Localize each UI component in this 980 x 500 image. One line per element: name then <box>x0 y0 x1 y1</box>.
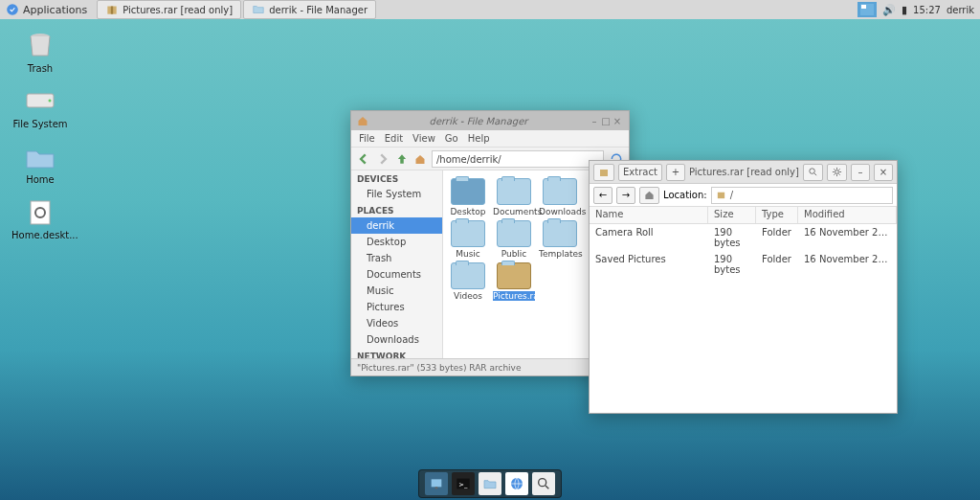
desktop-icon-label: Trash <box>11 63 69 74</box>
fm-title: derrik - File Manager <box>430 116 528 126</box>
sidebar-item-derrik[interactable]: derrik <box>351 217 442 234</box>
ar-titlebar[interactable]: Extract + Pictures.rar [read only] – × <box>590 161 897 184</box>
close-button[interactable]: × <box>612 116 623 126</box>
fm-menubar: File Edit View Go Help <box>351 130 629 148</box>
ar-navbar: ← → Location: / <box>590 184 897 207</box>
sidebar-item-filesystem[interactable]: File System <box>351 186 442 202</box>
cell-type: Folder <box>756 253 798 276</box>
file-downloads[interactable]: Downloads <box>539 178 581 216</box>
home-icon[interactable] <box>414 153 426 165</box>
dock-show-desktop[interactable] <box>425 472 448 495</box>
tray-audio-icon[interactable]: 🔊 <box>882 4 896 16</box>
open-icon <box>598 167 610 178</box>
extract-button[interactable]: Extract <box>618 164 662 181</box>
sidebar-item-videos[interactable]: Videos <box>351 315 442 331</box>
file-public[interactable]: Public <box>493 220 535 259</box>
archive-window: Extract + Pictures.rar [read only] – × ←… <box>589 160 898 414</box>
clock[interactable]: 15:27 <box>913 5 941 15</box>
desktop-icon-trash[interactable]: Trash <box>11 31 69 74</box>
svg-point-11 <box>810 169 815 174</box>
cell-type: Folder <box>756 226 798 249</box>
user-menu[interactable]: derrik <box>947 5 974 15</box>
nav-up-button[interactable] <box>639 187 659 204</box>
file-documents[interactable]: Documents <box>493 178 535 216</box>
cell-modified: 16 November 2018,... <box>798 253 897 276</box>
fm-sidebar: DEVICES File System PLACES derrik Deskto… <box>351 170 443 358</box>
sidebar-header-places: PLACES <box>351 202 442 217</box>
dock-app-finder[interactable] <box>532 472 555 495</box>
desktop-icon-homedesktop[interactable]: Home.deskt... <box>11 197 69 240</box>
up-icon[interactable] <box>395 152 409 166</box>
folder-icon <box>252 3 265 16</box>
workspace-switcher[interactable] <box>858 2 877 17</box>
svg-rect-8 <box>31 201 50 224</box>
desktop-icon-filesystem[interactable]: File System <box>11 86 69 129</box>
cell-name: Saved Pictures <box>590 253 708 276</box>
desktop-icon-label: Home <box>11 174 69 185</box>
search-icon <box>808 167 818 177</box>
workspace-icon <box>860 4 874 15</box>
nav-forward-button[interactable]: → <box>616 187 635 204</box>
file-videos[interactable]: Videos <box>447 262 489 301</box>
location-bar[interactable]: /home/derrik/ <box>432 150 604 168</box>
system-tray: 🔊 ▮ 15:27 derrik <box>858 2 980 17</box>
sidebar-item-music[interactable]: Music <box>351 283 442 299</box>
task-archive[interactable]: Pictures.rar [read only] <box>97 0 241 19</box>
fm-titlebar[interactable]: derrik - File Manager – □ × <box>351 111 629 130</box>
home-icon <box>644 190 655 200</box>
col-size[interactable]: Size <box>708 207 756 223</box>
ar-column-headers[interactable]: Name Size Type Modified <box>590 207 897 224</box>
forward-icon[interactable] <box>376 152 390 166</box>
col-name[interactable]: Name <box>590 207 708 223</box>
svg-point-0 <box>7 4 18 15</box>
sidebar-item-downloads[interactable]: Downloads <box>351 331 442 348</box>
sidebar-item-desktop[interactable]: Desktop <box>351 234 442 250</box>
file-music[interactable]: Music <box>447 220 489 259</box>
maximize-button[interactable]: □ <box>600 116 612 126</box>
ar-location-bar[interactable]: / <box>711 187 893 204</box>
search-button[interactable] <box>803 164 823 181</box>
menu-button[interactable] <box>827 164 847 181</box>
task-label: Pictures.rar [read only] <box>122 5 233 15</box>
cell-modified: 16 November 2018,... <box>798 226 897 249</box>
col-type[interactable]: Type <box>756 207 798 223</box>
desktop-icon-home[interactable]: Home <box>11 142 69 185</box>
task-filemanager[interactable]: derrik - File Manager <box>243 0 376 19</box>
top-panel: Applications Pictures.rar [read only] de… <box>0 0 980 19</box>
cell-name: Camera Roll <box>590 226 708 249</box>
menu-go[interactable]: Go <box>445 133 458 144</box>
drive-icon <box>23 86 57 115</box>
nav-back-button[interactable]: ← <box>593 187 612 204</box>
dock-terminal[interactable]: >_ <box>452 472 475 495</box>
back-icon[interactable] <box>357 152 370 166</box>
menu-edit[interactable]: Edit <box>385 133 403 144</box>
dock-file-manager[interactable] <box>479 472 501 495</box>
sidebar-item-trash[interactable]: Trash <box>351 250 442 266</box>
svg-point-19 <box>539 479 546 487</box>
minimize-button[interactable]: – <box>851 164 870 181</box>
file-pictures-rar[interactable]: Pictures.rar <box>493 262 535 301</box>
menu-view[interactable]: View <box>412 133 435 144</box>
taskbar: Pictures.rar [read only] derrik - File M… <box>97 0 376 19</box>
svg-text:>_: >_ <box>458 481 468 489</box>
file-desktop[interactable]: Desktop <box>447 178 489 216</box>
menu-help[interactable]: Help <box>468 133 490 144</box>
col-modified[interactable]: Modified <box>798 207 897 223</box>
search-icon <box>536 476 551 491</box>
menu-file[interactable]: File <box>359 133 375 144</box>
archive-open-button[interactable] <box>593 164 614 181</box>
table-row[interactable]: Camera Roll 190 bytes Folder 16 November… <box>590 224 897 251</box>
ar-location-value: / <box>730 187 733 204</box>
gear-icon <box>832 167 842 177</box>
close-button[interactable]: × <box>874 164 893 181</box>
applications-menu[interactable]: Applications <box>0 3 93 16</box>
sidebar-item-pictures[interactable]: Pictures <box>351 299 442 315</box>
add-files-button[interactable]: + <box>666 164 685 181</box>
tray-battery-icon[interactable]: ▮ <box>902 4 907 16</box>
desktop-icon-label: File System <box>11 119 69 129</box>
sidebar-item-documents[interactable]: Documents <box>351 266 442 283</box>
file-templates[interactable]: Templates <box>539 220 581 259</box>
dock-web-browser[interactable] <box>505 472 528 495</box>
minimize-button[interactable]: – <box>589 116 600 126</box>
table-row[interactable]: Saved Pictures 190 bytes Folder 16 Novem… <box>590 251 897 278</box>
